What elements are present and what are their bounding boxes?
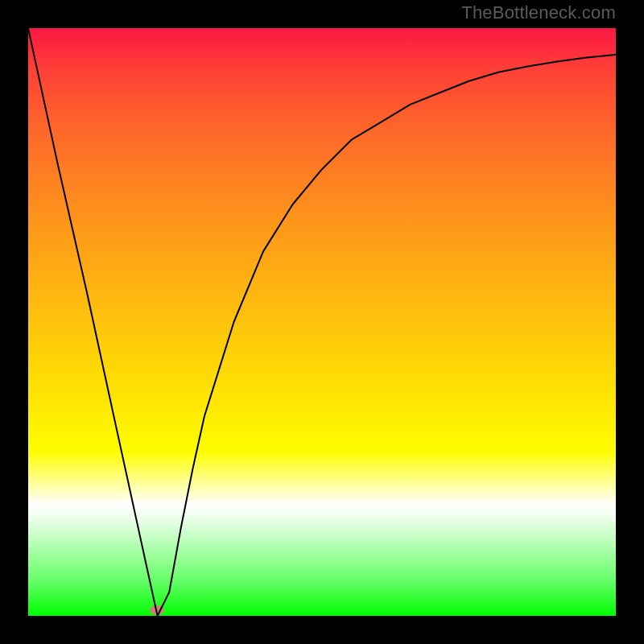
curve-path [28, 28, 616, 616]
watermark-text: TheBottleneck.com [461, 2, 616, 23]
chart-frame: TheBottleneck.com [0, 0, 644, 644]
bottleneck-curve [28, 28, 616, 616]
plot-area [28, 28, 616, 616]
